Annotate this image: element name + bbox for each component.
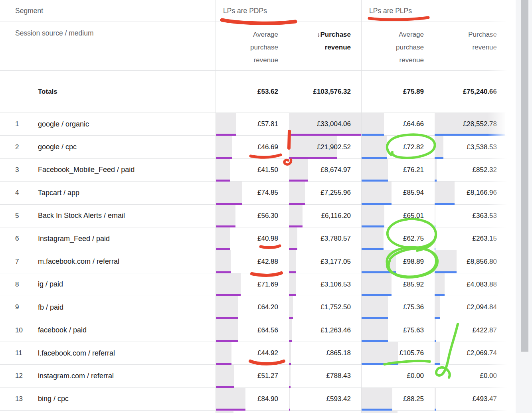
pdp-bar xyxy=(289,227,297,250)
source-medium-label: Instagram_Feed / paid xyxy=(38,227,216,250)
pdp-bar xyxy=(289,159,308,181)
table-row: 8 ig / paid £71.69 £3,106.53 £85.92 £4,0… xyxy=(0,273,516,296)
cell-plp-revenue: £422.87 xyxy=(434,319,516,342)
plp-bar xyxy=(362,227,384,250)
scrollbar-thumb[interactable] xyxy=(521,0,528,352)
source-medium-label: bing / cpc xyxy=(38,388,216,410)
plp-bar xyxy=(362,296,388,318)
pdp-bar xyxy=(289,342,291,364)
source-medium-label: fb / paid xyxy=(38,296,216,318)
plp-bar xyxy=(362,182,392,204)
pdp-bar xyxy=(289,296,293,318)
source-medium-label: Facebook_Mobile_Feed / paid xyxy=(38,159,216,181)
partial-row-bar xyxy=(216,411,233,413)
pdp-bar xyxy=(289,365,291,387)
row-number: 8 xyxy=(0,273,38,296)
plp-bar xyxy=(362,113,384,135)
plp-bar xyxy=(362,273,392,296)
header-pdp-avg-purchase-revenue[interactable]: Average purchase revenue xyxy=(216,22,289,70)
row-number: 9 xyxy=(0,296,38,318)
table-row: 6 Instagram_Feed / paid £40.98 £3,780.57… xyxy=(0,227,516,250)
row-number: 10 xyxy=(0,319,38,342)
cell-pdp-avg: £41.50 xyxy=(216,159,289,181)
scrollbar-track[interactable] xyxy=(516,0,532,413)
pdp-bar xyxy=(216,342,231,364)
cell-pdp-revenue: £865.18 xyxy=(289,342,361,364)
cell-plp-avg: £88.25 xyxy=(361,388,434,410)
segment-header: Segment xyxy=(0,0,216,22)
row-number: 7 xyxy=(0,250,38,273)
table-row: 9 fb / paid £64.20 £1,752.50 £75.36 £2,0… xyxy=(0,296,516,319)
table-row: 3 Facebook_Mobile_Feed / paid £41.50 £8,… xyxy=(0,159,516,182)
totals-pdp-revenue: £103,576.32 xyxy=(289,71,361,113)
plp-bar xyxy=(362,159,388,181)
pdp-bar xyxy=(216,113,236,135)
cell-pdp-revenue: £1,752.50 xyxy=(289,296,361,318)
cell-plp-avg: £75.36 xyxy=(361,296,434,318)
table-row: 4 Tapcart / app £74.85 £7,255.96 £85.94 … xyxy=(0,182,516,204)
cell-pdp-revenue: £3,106.53 xyxy=(289,273,361,296)
pdp-bar xyxy=(289,205,303,227)
plp-bar xyxy=(435,159,437,181)
cell-plp-avg: £0.00 xyxy=(361,365,434,387)
table-row: 1 google / organic £57.81 £33,004.06 £64… xyxy=(0,113,516,136)
pdp-bar xyxy=(289,388,290,410)
cell-pdp-avg: £46.69 xyxy=(216,136,289,158)
cell-plp-avg: £105.76 xyxy=(361,342,434,364)
cell-pdp-avg: £64.20 xyxy=(216,296,289,318)
group-divider-left xyxy=(216,0,216,413)
cell-plp-revenue: £363.53 xyxy=(434,205,516,227)
segment-header-row: Segment LPs are PDPs LPs are PLPs xyxy=(0,0,516,22)
plp-bar xyxy=(435,273,445,296)
cell-plp-revenue: £4,083.88 xyxy=(434,273,516,296)
cell-plp-revenue: £0.00 xyxy=(434,365,516,387)
plp-bar xyxy=(362,388,392,410)
plp-bar xyxy=(435,182,455,204)
cell-pdp-avg: £57.81 xyxy=(216,113,289,135)
cell-plp-avg: £72.82 xyxy=(361,136,434,158)
source-medium-label: l.facebook.com / referral xyxy=(38,342,216,364)
header-plp-purchase-revenue[interactable]: Purchase revenue xyxy=(434,22,516,70)
cell-pdp-avg: £74.85 xyxy=(216,182,289,204)
header-plp-avg-purchase-revenue[interactable]: Average purchase revenue xyxy=(361,22,434,70)
cell-plp-avg: £85.94 xyxy=(361,182,434,204)
cell-plp-revenue: £2,069.74 xyxy=(434,342,516,364)
cell-plp-revenue: £28,552.78 xyxy=(434,113,516,135)
row-number: 4 xyxy=(0,182,38,204)
segment-group-pdp: LPs are PDPs xyxy=(216,0,362,22)
cell-plp-revenue: £493.47 xyxy=(434,388,516,410)
cell-plp-revenue: £263.15 xyxy=(434,227,516,250)
plp-bar xyxy=(362,250,396,273)
row-number: 3 xyxy=(0,159,38,181)
plp-bar xyxy=(362,136,387,158)
pdp-bar xyxy=(216,205,235,227)
cell-plp-revenue: £852.32 xyxy=(434,159,516,181)
table-row: 7 m.facebook.com / referral £42.88 £3,17… xyxy=(0,250,516,273)
cell-plp-avg: £76.21 xyxy=(361,159,434,181)
plp-bar xyxy=(435,227,435,250)
plp-bar xyxy=(362,205,384,227)
pdp-bar xyxy=(289,182,305,204)
segment-group-plp: LPs are PLPs xyxy=(362,0,516,22)
cell-pdp-avg: £71.69 xyxy=(216,273,289,296)
dimension-header: Session source / medium xyxy=(0,22,216,70)
cell-pdp-revenue: £7,255.96 xyxy=(289,182,361,204)
plp-bar xyxy=(435,388,436,410)
plp-bar xyxy=(362,319,388,342)
cell-plp-avg: £75.63 xyxy=(361,319,434,342)
row-number: 13 xyxy=(0,388,38,410)
pdp-bar xyxy=(216,159,230,181)
partial-row-bar xyxy=(362,411,398,413)
table-row: 2 google / cpc £46.69 £21,902.52 £72.82 … xyxy=(0,136,516,158)
cell-pdp-avg: £56.30 xyxy=(216,205,289,227)
row-number: 6 xyxy=(0,227,38,250)
source-medium-label: ig / paid xyxy=(38,273,216,296)
column-header-row: Session source / medium Average purchase… xyxy=(0,22,516,71)
header-pdp-purchase-revenue[interactable]: ↓Purchase revenue xyxy=(289,22,361,70)
cell-plp-revenue: £2,094.84 xyxy=(434,296,516,318)
cell-pdp-avg: £40.98 xyxy=(216,227,289,250)
source-medium-label: google / cpc xyxy=(38,136,216,158)
totals-row: Totals £53.62 £103,576.32 £75.89 £75,240… xyxy=(0,71,516,113)
cell-plp-avg: £65.01 xyxy=(361,205,434,227)
totals-pdp-avg: £53.62 xyxy=(216,71,289,113)
